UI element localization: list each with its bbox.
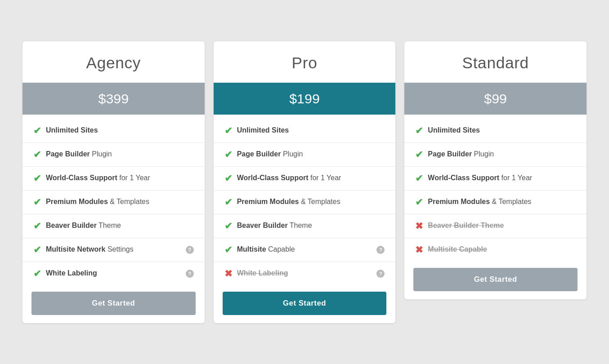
feature-text: White Labeling <box>237 268 371 278</box>
feature-item: ✔Beaver Builder Theme <box>214 214 396 238</box>
feature-text: Multisite Capable <box>237 244 371 254</box>
feature-item: ✔World-Class Support for 1 Year <box>22 167 205 191</box>
help-icon[interactable]: ? <box>186 270 194 278</box>
plan-name-pro: Pro <box>214 41 396 83</box>
plan-card-agency: Agency$399✔Unlimited Sites✔Page Builder … <box>22 41 205 323</box>
plan-price-pro: $199 <box>214 83 396 115</box>
check-icon: ✔ <box>33 197 41 208</box>
feature-item: ✔Page Builder Plugin <box>404 143 587 167</box>
feature-text: Premium Modules & Templates <box>237 197 385 207</box>
feature-text: World-Class Support for 1 Year <box>428 173 576 183</box>
feature-item: ✔Beaver Builder Theme <box>22 214 205 238</box>
help-icon[interactable]: ? <box>376 246 385 254</box>
feature-item: ✖Multisite Capable <box>404 238 587 262</box>
feature-text: Page Builder Plugin <box>46 149 194 159</box>
check-icon: ✔ <box>33 125 41 136</box>
check-icon: ✔ <box>415 197 423 208</box>
feature-item: ✔Premium Modules & Templates <box>214 191 396 214</box>
check-icon: ✔ <box>33 173 41 184</box>
feature-text: World-Class Support for 1 Year <box>237 173 385 183</box>
feature-item: ✔Premium Modules & Templates <box>22 191 205 214</box>
feature-item: ✔Unlimited Sites <box>22 119 205 143</box>
feature-text: Premium Modules & Templates <box>46 197 194 207</box>
feature-text: Page Builder Plugin <box>237 149 385 159</box>
feature-text: Premium Modules & Templates <box>428 197 576 207</box>
plan-name-agency: Agency <box>22 41 205 83</box>
plan-features-agency: ✔Unlimited Sites✔Page Builder Plugin✔Wor… <box>22 115 205 285</box>
plan-features-pro: ✔Unlimited Sites✔Page Builder Plugin✔Wor… <box>214 115 396 285</box>
feature-item: ✔World-Class Support for 1 Year <box>214 167 396 191</box>
feature-text: Multisite Capable <box>428 244 576 254</box>
check-icon: ✔ <box>224 125 233 136</box>
feature-item: ✔Page Builder Plugin <box>22 143 205 167</box>
check-icon: ✔ <box>224 173 233 184</box>
check-icon: ✔ <box>33 149 41 160</box>
plan-price-agency: $399 <box>22 83 205 115</box>
get-started-button-agency[interactable]: Get Started <box>31 292 196 315</box>
get-started-button-standard[interactable]: Get Started <box>413 268 578 291</box>
feature-item: ✔White Labeling? <box>22 262 205 285</box>
check-icon: ✔ <box>415 125 423 136</box>
feature-item: ✔Unlimited Sites <box>214 119 396 143</box>
feature-item: ✖White Labeling? <box>214 262 396 285</box>
feature-text: Beaver Builder Theme <box>46 221 194 231</box>
feature-text: Multisite Network Settings <box>46 244 179 254</box>
feature-item: ✔Page Builder Plugin <box>214 143 396 167</box>
feature-text: Unlimited Sites <box>46 125 194 135</box>
check-icon: ✔ <box>224 221 233 231</box>
feature-text: Beaver Builder Theme <box>428 221 576 231</box>
feature-item: ✔Multisite Network Settings? <box>22 238 205 262</box>
feature-item: ✖Beaver Builder Theme <box>404 214 587 238</box>
feature-text: Beaver Builder Theme <box>237 221 385 231</box>
plan-features-standard: ✔Unlimited Sites✔Page Builder Plugin✔Wor… <box>404 115 587 262</box>
feature-item: ✔Premium Modules & Templates <box>404 191 587 214</box>
check-icon: ✔ <box>224 244 233 255</box>
check-icon: ✔ <box>33 244 41 255</box>
plan-cta-area-agency: Get Started <box>22 285 205 323</box>
check-icon: ✔ <box>415 149 423 160</box>
get-started-button-pro[interactable]: Get Started <box>223 292 387 315</box>
help-icon[interactable]: ? <box>376 270 385 278</box>
cross-icon: ✖ <box>415 221 423 231</box>
cross-icon: ✖ <box>224 268 233 279</box>
check-icon: ✔ <box>224 149 233 160</box>
cross-icon: ✖ <box>415 244 423 255</box>
check-icon: ✔ <box>224 197 233 208</box>
feature-text: Unlimited Sites <box>428 125 576 135</box>
help-icon[interactable]: ? <box>186 246 194 254</box>
plan-cta-area-pro: Get Started <box>214 285 396 323</box>
plan-name-standard: Standard <box>404 41 587 83</box>
check-icon: ✔ <box>33 268 41 279</box>
feature-text: World-Class Support for 1 Year <box>46 173 194 183</box>
plan-card-standard: Standard$99✔Unlimited Sites✔Page Builder… <box>404 41 587 299</box>
feature-text: Unlimited Sites <box>237 125 385 135</box>
pricing-container: Agency$399✔Unlimited Sites✔Page Builder … <box>9 37 600 328</box>
feature-text: White Labeling <box>46 268 179 278</box>
feature-item: ✔Multisite Capable? <box>214 238 396 262</box>
plan-price-standard: $99 <box>404 83 587 115</box>
plan-card-pro: Pro$199✔Unlimited Sites✔Page Builder Plu… <box>214 41 396 323</box>
feature-item: ✔Unlimited Sites <box>404 119 587 143</box>
check-icon: ✔ <box>33 221 41 231</box>
check-icon: ✔ <box>415 173 423 184</box>
feature-text: Page Builder Plugin <box>428 149 576 159</box>
plan-cta-area-standard: Get Started <box>404 262 587 299</box>
feature-item: ✔World-Class Support for 1 Year <box>404 167 587 191</box>
